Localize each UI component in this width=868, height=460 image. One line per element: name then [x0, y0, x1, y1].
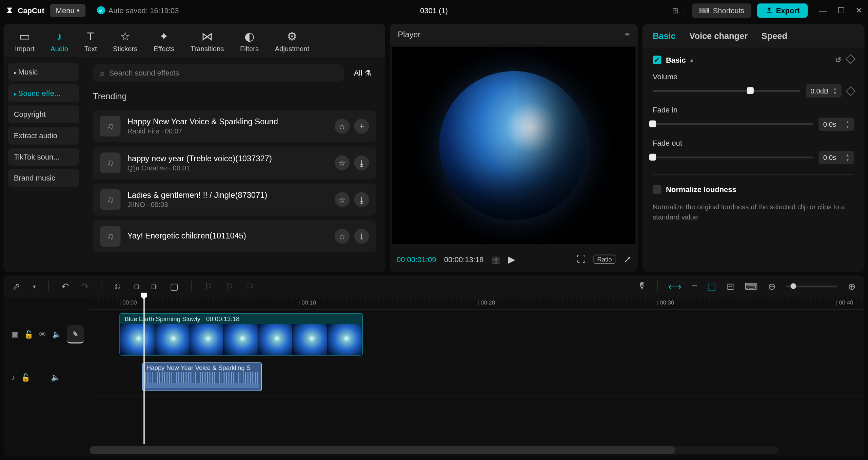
tab-voice-changer[interactable]: Voice changer — [689, 31, 748, 41]
player-menu-icon[interactable]: ≡ — [625, 30, 630, 39]
mute-icon[interactable]: 🔈 — [52, 330, 61, 338]
capcut-logo-icon — [6, 6, 15, 15]
volume-value[interactable]: 0.0dB▲▼ — [806, 84, 842, 98]
layout-icon[interactable]: ⊞ — [672, 6, 678, 15]
timeline-ruler[interactable]: 00:0000:1000:2000:3000:40 — [90, 297, 865, 310]
source-tab-text[interactable]: TText — [84, 30, 97, 53]
audio-icon: ♪ — [57, 30, 62, 42]
effects-icon: ✦ — [159, 30, 169, 42]
mute-icon[interactable]: 🔈 — [51, 373, 60, 381]
eye-icon[interactable]: 👁 — [39, 330, 46, 338]
source-tab-import[interactable]: ▭Import — [15, 30, 35, 53]
mic-icon[interactable]: 🎙 — [638, 281, 647, 291]
source-tab-audio[interactable]: ♪Audio — [51, 30, 68, 53]
zoom-out-icon[interactable]: ⊖ — [768, 281, 775, 292]
fullscreen-icon[interactable]: ⤢ — [624, 254, 631, 265]
download-icon[interactable]: ⭳ — [354, 192, 369, 207]
close-icon[interactable]: ✕ — [855, 6, 862, 15]
lock-icon[interactable]: 🔓 — [24, 330, 33, 338]
app-name: CapCut — [18, 6, 44, 15]
download-icon[interactable]: ⭳ — [354, 229, 369, 244]
chevron-up-icon[interactable]: ▴ — [690, 57, 693, 63]
maximize-icon[interactable]: ☐ — [837, 6, 845, 15]
waveform — [145, 372, 259, 388]
menu-button[interactable]: Menu ▾ — [50, 4, 85, 17]
zoom-in-icon[interactable]: ⊕ — [848, 281, 855, 292]
category-item[interactable]: TikTok soun... — [8, 148, 79, 166]
scan-icon[interactable]: ⛶ — [576, 254, 586, 264]
category-item[interactable]: Music — [8, 63, 79, 81]
search-input[interactable]: ⌕ Search sound effects — [93, 64, 343, 82]
timeline-scrollbar[interactable] — [90, 446, 778, 454]
player-viewport[interactable] — [392, 47, 635, 244]
trim-left-icon[interactable]: ⟤ — [133, 281, 139, 291]
category-item[interactable]: Sound effe... — [8, 84, 79, 102]
sound-item[interactable]: ♫ Ladies & gentlemen! !! / Jingle(873071… — [93, 184, 376, 216]
snap-icon[interactable]: ⟷ — [668, 281, 682, 292]
tab-basic[interactable]: Basic — [653, 31, 676, 41]
align-icon[interactable]: ⊟ — [727, 281, 734, 292]
category-item[interactable]: Extract audio — [8, 127, 79, 144]
volume-keyframe-icon[interactable] — [846, 86, 856, 96]
magnet-icon[interactable]: ⎓ — [692, 281, 697, 291]
star-icon[interactable]: ☆ — [335, 119, 350, 133]
audio-clip-name: Happy New Year Voice & Sparkling S — [143, 363, 261, 372]
grid-icon[interactable]: ▦ — [492, 254, 500, 265]
fadein-slider[interactable] — [653, 123, 813, 125]
tab-speed[interactable]: Speed — [762, 31, 787, 41]
play-icon[interactable]: ▶ — [508, 254, 515, 265]
sound-item[interactable]: ♫ happy new year (Treble voice)(1037327)… — [93, 147, 376, 179]
undo-icon[interactable]: ↶ — [61, 281, 69, 292]
fadein-value[interactable]: 0.0s▲▼ — [818, 118, 854, 131]
export-button[interactable]: Export — [757, 3, 808, 17]
star-icon[interactable]: ☆ — [335, 192, 350, 207]
lock-icon[interactable]: 🔓 — [21, 373, 30, 381]
playhead[interactable] — [143, 297, 144, 444]
source-tab-filters[interactable]: ◐Filters — [240, 30, 259, 53]
source-tab-adjustment[interactable]: ⚙Adjustment — [275, 30, 310, 53]
basic-checkbox[interactable]: ✓ — [653, 56, 661, 64]
reset-icon[interactable]: ↺ — [835, 56, 842, 64]
sub-icon[interactable]: ⌨ — [745, 281, 758, 292]
link-icon[interactable]: ⬚ — [708, 281, 716, 292]
delete-icon[interactable]: ▢ — [170, 281, 178, 292]
filter-button[interactable]: All ⚗ — [349, 65, 376, 81]
source-tab-stickers[interactable]: ☆Stickers — [113, 30, 137, 53]
star-icon[interactable]: ☆ — [335, 155, 350, 170]
sound-item[interactable]: ♫ Yay! Energetic children(1011045) ☆ ⭳ — [93, 220, 376, 252]
audio-track[interactable]: Happy New Year Voice & Sparkling S — [90, 359, 865, 396]
keyframe-icon[interactable] — [846, 54, 856, 64]
ratio-button[interactable]: Ratio — [594, 255, 615, 264]
ruler-tick: 00:30 — [657, 299, 674, 306]
volume-label: Volume — [653, 72, 854, 81]
minimize-icon[interactable]: — — [819, 6, 827, 15]
edit-track-icon[interactable]: ✎ — [67, 325, 84, 343]
trim-right-icon[interactable]: ⟥ — [152, 281, 157, 291]
text-icon: T — [87, 30, 94, 42]
volume-slider[interactable] — [653, 90, 800, 92]
sound-item[interactable]: ♫ Happy New Year Voice & Sparkling Sound… — [93, 110, 376, 142]
category-item[interactable]: Copyright — [8, 106, 79, 123]
download-icon[interactable]: ⭳ — [354, 155, 369, 170]
plus-icon[interactable]: ＋ — [354, 119, 369, 133]
app-logo: CapCut — [6, 6, 44, 15]
category-item[interactable]: Brand music — [8, 169, 79, 187]
zoom-slider[interactable] — [786, 285, 837, 287]
pointer-tool-icon[interactable]: ⬀ — [13, 281, 20, 292]
filter-icon: ⚗ — [364, 69, 371, 77]
video-track[interactable]: Blue Earth Spinning Slowly 00:00:13:18 — [90, 310, 865, 359]
audio-track-icon[interactable]: ♪ — [12, 373, 15, 381]
fadeout-value[interactable]: 0.0s▲▼ — [818, 151, 854, 164]
source-tab-effects[interactable]: ✦Effects — [154, 30, 175, 53]
video-clip[interactable]: Blue Earth Spinning Slowly 00:00:13:18 — [119, 313, 363, 355]
audio-clip[interactable]: Happy New Year Voice & Sparkling S — [142, 362, 262, 391]
normalize-checkbox[interactable] — [653, 185, 661, 194]
adjustment-icon: ⚙ — [287, 30, 297, 42]
fadeout-slider[interactable] — [653, 156, 813, 158]
split-icon[interactable]: ⎌ — [115, 281, 121, 291]
video-track-icon[interactable]: ▣ — [12, 330, 18, 338]
shortcuts-button[interactable]: ⌨ Shortcuts — [692, 3, 751, 17]
star-icon[interactable]: ☆ — [335, 229, 350, 244]
pointer-dropdown-icon[interactable]: ▾ — [33, 283, 36, 289]
source-tab-transitions[interactable]: ⋈Transitions — [191, 30, 224, 53]
